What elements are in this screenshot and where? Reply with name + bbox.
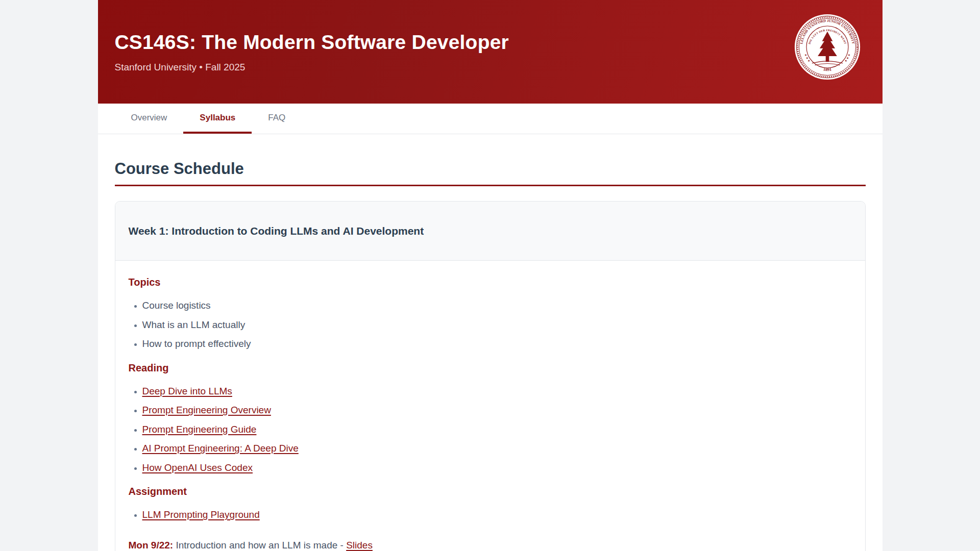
week-card-header: Week 1: Introduction to Coding LLMs and …: [115, 202, 865, 261]
svg-text:1891: 1891: [823, 66, 831, 72]
week-title: Week 1: Introduction to Coding LLMs and …: [129, 225, 424, 237]
section-heading-assignment: Assignment: [129, 486, 852, 497]
tab-syllabus[interactable]: Syllabus: [183, 104, 252, 134]
tab-bar: OverviewSyllabusFAQ: [98, 104, 883, 134]
course-subtitle: Stanford University • Fall 2025: [115, 62, 866, 73]
tab-faq[interactable]: FAQ: [252, 104, 302, 134]
list-item: Course logistics: [142, 298, 852, 313]
list-item: Deep Dive into LLMs: [142, 384, 852, 398]
main-content: Course Schedule Week 1: Introduction to …: [98, 134, 883, 551]
reading-link[interactable]: Prompt Engineering Guide: [142, 424, 257, 435]
schedule-line: Mon 9/22: Introduction and how an LLM is…: [129, 538, 852, 551]
schedule-text: Introduction and how an LLM is made -: [173, 540, 346, 550]
assignment-list: LLM Prompting Playground: [129, 508, 852, 522]
card-sections: TopicsCourse logisticsWhat is an LLM act…: [129, 277, 852, 522]
list-item: What is an LLM actually: [142, 318, 852, 332]
list-item: Prompt Engineering Overview: [142, 403, 852, 417]
list-item: How OpenAI Uses Codex: [142, 461, 852, 475]
week-card: Week 1: Introduction to Coding LLMs and …: [115, 201, 866, 551]
week-card-body: TopicsCourse logisticsWhat is an LLM act…: [115, 261, 865, 551]
list-item: LLM Prompting Playground: [142, 508, 852, 522]
list-item: AI Prompt Engineering: A Deep Dive: [142, 441, 852, 456]
slides-link[interactable]: Slides: [346, 540, 373, 550]
list-item: How to prompt effectively: [142, 337, 852, 351]
course-title: CS146S: The Modern Software Developer: [115, 31, 866, 54]
list-item: Prompt Engineering Guide: [142, 422, 852, 437]
section-heading-topics: Topics: [129, 277, 852, 288]
page-title: Course Schedule: [115, 160, 866, 186]
reading-link[interactable]: How OpenAI Uses Codex: [142, 462, 253, 473]
course-header: CS146S: The Modern Software Developer St…: [98, 0, 883, 104]
topics-list: Course logisticsWhat is an LLM actuallyH…: [129, 298, 852, 351]
tab-overview[interactable]: Overview: [115, 104, 184, 134]
page-container: CS146S: The Modern Software Developer St…: [98, 0, 883, 551]
stanford-seal-icon: LELAND STANFORD JUNIOR UNIVERSITY DIE LU…: [794, 13, 861, 81]
reading-link[interactable]: AI Prompt Engineering: A Deep Dive: [142, 443, 299, 454]
schedule-date: Mon 9/22:: [129, 540, 174, 550]
reading-link[interactable]: Prompt Engineering Overview: [142, 405, 271, 415]
reading-list: Deep Dive into LLMsPrompt Engineering Ov…: [129, 384, 852, 475]
reading-link[interactable]: Deep Dive into LLMs: [142, 386, 232, 396]
section-heading-reading: Reading: [129, 362, 852, 374]
reading-link[interactable]: LLM Prompting Playground: [142, 509, 260, 520]
